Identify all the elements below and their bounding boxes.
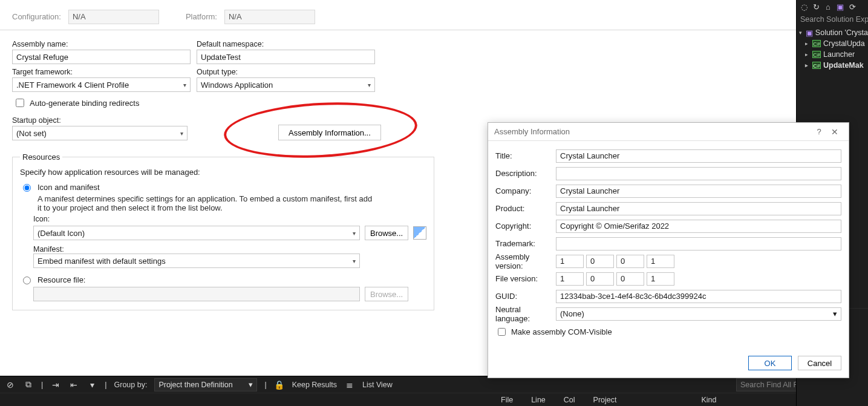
project-node-active[interactable]: ▸ C# UpdateMak xyxy=(799,60,868,71)
file-ver-2: 0 xyxy=(621,274,625,283)
dlg-product-input[interactable]: Crystal Launcher xyxy=(556,202,841,215)
dlg-title-label: Title: xyxy=(495,151,556,160)
output-type-combo[interactable]: Windows Application ▾ xyxy=(197,77,375,92)
icon-value: (Default Icon) xyxy=(38,229,85,238)
file-version-rev[interactable]: 1 xyxy=(647,272,674,286)
dlg-description-input[interactable] xyxy=(556,167,841,180)
asm-ver-0: 1 xyxy=(560,257,564,266)
col-line[interactable]: Line xyxy=(531,396,546,404)
dlg-company-label: Company: xyxy=(495,186,556,195)
dlg-file-version-label: File version: xyxy=(495,274,556,283)
icon-browse-button[interactable]: Browse... xyxy=(365,226,408,240)
platform-combo[interactable]: N/A xyxy=(224,10,315,24)
close-icon[interactable]: ✕ xyxy=(827,127,843,137)
chevron-down-icon[interactable]: ▾ xyxy=(86,380,97,390)
home-icon[interactable]: ⌂ xyxy=(823,2,833,11)
dlg-guid-value: 12334bab-3ce1-4ef4-8c3c-6b4dc399924c xyxy=(560,292,706,301)
solution-search-input[interactable]: Search Solution Explo xyxy=(797,14,868,26)
dlg-neutral-lang-label: Neutral language: xyxy=(495,305,556,323)
startup-object-combo[interactable]: (Not set) ▾ xyxy=(12,126,188,140)
asm-version-minor[interactable]: 0 xyxy=(586,255,614,268)
chevron-down-icon: ▾ xyxy=(353,258,356,264)
assembly-name-value: Crystal Refuge xyxy=(16,53,68,62)
file-version-major[interactable]: 1 xyxy=(556,272,584,286)
project-label: UpdateMak xyxy=(823,61,864,70)
manifest-value: Embed manifest with default settings xyxy=(38,257,166,266)
dlg-copyright-label: Copyright: xyxy=(495,221,556,231)
manifest-label: Manifest: xyxy=(33,245,426,254)
configuration-combo[interactable]: N/A xyxy=(68,10,159,24)
asm-ver-2: 0 xyxy=(621,257,625,266)
assembly-information-button[interactable]: Assembly Information... xyxy=(278,125,381,140)
icon-manifest-radio[interactable] xyxy=(23,184,31,192)
project-label: Launcher xyxy=(823,50,855,59)
group-by-value: Project then Definition xyxy=(158,381,232,389)
indent-icon[interactable]: ⇥ xyxy=(50,380,61,390)
forward-icon[interactable]: ↻ xyxy=(811,2,821,11)
target-framework-combo[interactable]: .NET Framework 4 Client Profile ▾ xyxy=(12,77,191,92)
configuration-bar: Configuration: N/A Platform: N/A xyxy=(0,0,796,30)
cancel-button[interactable]: Cancel xyxy=(798,356,841,370)
asm-version-major[interactable]: 1 xyxy=(556,255,584,268)
list-view-label[interactable]: List View xyxy=(362,381,393,389)
resources-legend: Resources xyxy=(20,152,62,162)
dlg-guid-input[interactable]: 12334bab-3ce1-4ef4-8c3c-6b4dc399924c xyxy=(556,290,841,303)
dlg-copyright-input[interactable]: Copyright © Omie/Serifaz 2022 xyxy=(556,220,841,233)
col-project[interactable]: Project xyxy=(593,396,617,404)
list-icon[interactable]: ≣ xyxy=(344,380,355,390)
file-ver-1: 0 xyxy=(590,274,595,283)
dlg-product-label: Product: xyxy=(495,204,556,213)
dlg-title-input[interactable]: Crystal Launcher xyxy=(556,149,841,163)
project-node[interactable]: ▸ C# Launcher xyxy=(799,49,868,60)
manifest-combo[interactable]: Embed manifest with default settings ▾ xyxy=(33,254,360,268)
platform-value: N/A xyxy=(229,10,242,24)
asm-version-rev[interactable]: 1 xyxy=(647,255,674,268)
copy-icon[interactable]: ⧉ xyxy=(23,379,34,390)
refresh-icon[interactable]: ⟳ xyxy=(847,2,857,11)
solution-label: Solution 'Crysta xyxy=(815,28,868,37)
help-icon[interactable]: ? xyxy=(811,127,827,136)
ok-button[interactable]: OK xyxy=(748,356,792,370)
solution-tree: ▾ ▣ Solution 'Crysta ▸ C# CrystalUpda ▸ … xyxy=(797,26,868,71)
lock-icon[interactable]: 🔒 xyxy=(274,380,285,390)
file-version-minor[interactable]: 0 xyxy=(586,272,614,286)
solution-icon[interactable]: ▣ xyxy=(835,2,845,11)
dlg-company-input[interactable]: Crystal Launcher xyxy=(556,185,841,198)
asm-version-build[interactable]: 0 xyxy=(616,255,644,268)
col-file[interactable]: File xyxy=(501,396,513,404)
asm-ver-1: 0 xyxy=(590,257,595,266)
default-namespace-label: Default namespace: xyxy=(197,40,375,48)
csharp-project-icon: C# xyxy=(812,40,821,47)
output-type-value: Windows Application xyxy=(201,80,273,90)
dlg-title-value: Crystal Launcher xyxy=(560,151,619,160)
outdent-icon[interactable]: ⇤ xyxy=(68,380,79,390)
col-col[interactable]: Col xyxy=(564,396,575,404)
dlg-asm-version-label: Assembly version: xyxy=(495,252,556,270)
startup-object-label: Startup object: xyxy=(12,116,188,125)
chevron-down-icon: ▾ xyxy=(180,130,183,137)
dialog-title: Assembly Information xyxy=(494,127,570,136)
dlg-company-value: Crystal Launcher xyxy=(560,186,619,195)
back-icon[interactable]: ◌ xyxy=(799,2,809,11)
assembly-name-input[interactable]: Crystal Refuge xyxy=(12,50,191,64)
col-kind[interactable]: Kind xyxy=(701,396,716,404)
file-version-build[interactable]: 0 xyxy=(616,272,644,286)
default-namespace-input[interactable]: UpdateTest xyxy=(197,50,375,64)
dlg-guid-label: GUID: xyxy=(495,292,556,301)
output-type-label: Output type: xyxy=(197,68,375,76)
group-by-combo[interactable]: Project then Definition ▾ xyxy=(154,378,257,391)
clear-icon[interactable]: ⊘ xyxy=(5,380,16,390)
dlg-trademark-input[interactable] xyxy=(556,237,841,250)
icon-combo[interactable]: (Default Icon) ▾ xyxy=(33,226,360,240)
dlg-copyright-value: Copyright © Omie/Serifaz 2022 xyxy=(560,221,669,231)
project-node[interactable]: ▸ C# CrystalUpda xyxy=(799,38,868,49)
autogen-redirects-checkbox[interactable] xyxy=(16,99,24,107)
chevron-down-icon: ▾ xyxy=(249,380,253,389)
resource-file-browse-button: Browse... xyxy=(365,287,408,301)
solution-node[interactable]: ▾ ▣ Solution 'Crysta xyxy=(799,27,868,38)
com-visible-checkbox[interactable] xyxy=(498,328,506,336)
dlg-neutral-lang-combo[interactable]: (None) ▾ xyxy=(556,307,841,321)
keep-results-label[interactable]: Keep Results xyxy=(292,381,337,389)
resource-file-radio[interactable] xyxy=(23,277,31,284)
dlg-description-label: Description: xyxy=(495,169,556,178)
